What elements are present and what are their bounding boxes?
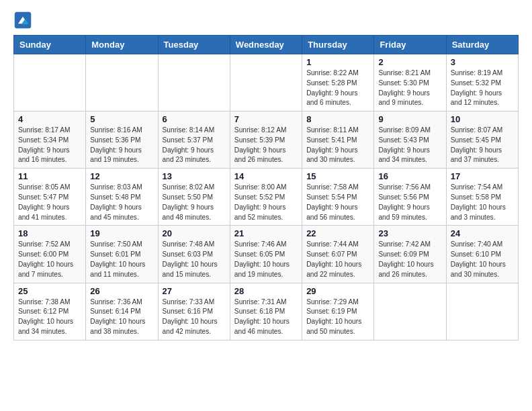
day-number: 18 xyxy=(18,228,81,238)
day-number: 12 xyxy=(90,171,153,181)
day-number: 10 xyxy=(451,114,514,124)
day-number: 13 xyxy=(163,171,226,181)
logo-icon xyxy=(13,11,32,30)
calendar-cell: 25Sunrise: 7:38 AMSunset: 6:12 PMDayligh… xyxy=(14,283,86,340)
day-number: 8 xyxy=(306,114,369,124)
day-info: Sunrise: 8:21 AMSunset: 5:30 PMDaylight:… xyxy=(378,68,441,108)
day-info: Sunrise: 8:16 AMSunset: 5:36 PMDaylight:… xyxy=(90,126,153,165)
calendar-cell xyxy=(374,283,446,340)
week-row-3: 11Sunrise: 8:05 AMSunset: 5:47 PMDayligh… xyxy=(14,169,519,226)
calendar-cell xyxy=(230,54,302,111)
day-info: Sunrise: 7:31 AMSunset: 6:18 PMDaylight:… xyxy=(234,298,298,337)
calendar-cell: 27Sunrise: 7:33 AMSunset: 6:16 PMDayligh… xyxy=(158,283,230,340)
day-info: Sunrise: 7:58 AMSunset: 5:54 PMDaylight:… xyxy=(306,183,369,222)
day-info: Sunrise: 8:12 AMSunset: 5:39 PMDaylight:… xyxy=(234,126,298,165)
day-number: 3 xyxy=(451,57,514,67)
day-number: 27 xyxy=(163,286,226,296)
calendar-cell xyxy=(14,54,86,111)
day-number: 7 xyxy=(234,114,298,124)
calendar-cell: 26Sunrise: 7:36 AMSunset: 6:14 PMDayligh… xyxy=(86,283,158,340)
calendar-cell: 6Sunrise: 8:14 AMSunset: 5:37 PMDaylight… xyxy=(158,111,230,169)
week-row-1: 1Sunrise: 8:22 AMSunset: 5:28 PMDaylight… xyxy=(14,54,519,111)
day-number: 16 xyxy=(378,171,441,181)
day-info: Sunrise: 8:05 AMSunset: 5:47 PMDaylight:… xyxy=(18,183,81,222)
day-number: 23 xyxy=(378,228,441,238)
header-friday: Friday xyxy=(374,36,446,54)
calendar-cell: 9Sunrise: 8:09 AMSunset: 5:43 PMDaylight… xyxy=(374,111,446,169)
calendar-cell: 11Sunrise: 8:05 AMSunset: 5:47 PMDayligh… xyxy=(14,169,86,226)
header-saturday: Saturday xyxy=(446,36,518,54)
day-number: 26 xyxy=(90,286,153,296)
header-sunday: Sunday xyxy=(14,36,86,54)
day-info: Sunrise: 8:00 AMSunset: 5:52 PMDaylight:… xyxy=(234,183,298,222)
calendar-cell xyxy=(446,283,518,340)
calendar-cell: 5Sunrise: 8:16 AMSunset: 5:36 PMDaylight… xyxy=(86,111,158,169)
day-number: 14 xyxy=(234,171,298,181)
calendar-cell: 13Sunrise: 8:02 AMSunset: 5:50 PMDayligh… xyxy=(158,169,230,226)
day-info: Sunrise: 8:09 AMSunset: 5:43 PMDaylight:… xyxy=(378,126,441,165)
day-number: 25 xyxy=(18,286,81,296)
day-number: 22 xyxy=(306,228,369,238)
day-number: 28 xyxy=(234,286,298,296)
calendar-header: SundayMondayTuesdayWednesdayThursdayFrid… xyxy=(14,36,519,54)
day-info: Sunrise: 7:44 AMSunset: 6:07 PMDaylight:… xyxy=(306,240,369,279)
calendar-cell: 3Sunrise: 8:19 AMSunset: 5:32 PMDaylight… xyxy=(446,54,518,111)
calendar-cell: 22Sunrise: 7:44 AMSunset: 6:07 PMDayligh… xyxy=(302,226,374,283)
day-info: Sunrise: 7:50 AMSunset: 6:01 PMDaylight:… xyxy=(90,240,153,279)
calendar-table: SundayMondayTuesdayWednesdayThursdayFrid… xyxy=(13,35,519,340)
day-number: 24 xyxy=(451,228,514,238)
day-info: Sunrise: 7:48 AMSunset: 6:03 PMDaylight:… xyxy=(163,240,226,279)
day-info: Sunrise: 7:42 AMSunset: 6:09 PMDaylight:… xyxy=(378,240,441,279)
header-tuesday: Tuesday xyxy=(158,36,230,54)
calendar-cell: 4Sunrise: 8:17 AMSunset: 5:34 PMDaylight… xyxy=(14,111,86,169)
day-number: 5 xyxy=(90,114,153,124)
calendar-cell: 20Sunrise: 7:48 AMSunset: 6:03 PMDayligh… xyxy=(158,226,230,283)
day-info: Sunrise: 7:56 AMSunset: 5:56 PMDaylight:… xyxy=(378,183,441,222)
day-info: Sunrise: 8:03 AMSunset: 5:48 PMDaylight:… xyxy=(90,183,153,222)
calendar-cell: 7Sunrise: 8:12 AMSunset: 5:39 PMDaylight… xyxy=(230,111,302,169)
week-row-4: 18Sunrise: 7:52 AMSunset: 6:00 PMDayligh… xyxy=(14,226,519,283)
day-info: Sunrise: 8:02 AMSunset: 5:50 PMDaylight:… xyxy=(163,183,226,222)
calendar-cell: 8Sunrise: 8:11 AMSunset: 5:41 PMDaylight… xyxy=(302,111,374,169)
day-info: Sunrise: 8:07 AMSunset: 5:45 PMDaylight:… xyxy=(451,126,514,165)
day-info: Sunrise: 8:22 AMSunset: 5:28 PMDaylight:… xyxy=(306,68,369,108)
day-info: Sunrise: 7:36 AMSunset: 6:14 PMDaylight:… xyxy=(90,298,153,337)
logo xyxy=(13,11,35,30)
calendar-cell: 14Sunrise: 8:00 AMSunset: 5:52 PMDayligh… xyxy=(230,169,302,226)
day-info: Sunrise: 7:54 AMSunset: 5:58 PMDaylight:… xyxy=(451,183,514,222)
day-number: 2 xyxy=(378,57,441,67)
day-info: Sunrise: 7:38 AMSunset: 6:12 PMDaylight:… xyxy=(18,298,81,337)
day-info: Sunrise: 8:11 AMSunset: 5:41 PMDaylight:… xyxy=(306,126,369,165)
header-wednesday: Wednesday xyxy=(230,36,302,54)
calendar-cell: 10Sunrise: 8:07 AMSunset: 5:45 PMDayligh… xyxy=(446,111,518,169)
calendar-cell: 12Sunrise: 8:03 AMSunset: 5:48 PMDayligh… xyxy=(86,169,158,226)
day-info: Sunrise: 7:33 AMSunset: 6:16 PMDaylight:… xyxy=(163,298,226,337)
calendar-cell: 2Sunrise: 8:21 AMSunset: 5:30 PMDaylight… xyxy=(374,54,446,111)
calendar-cell: 19Sunrise: 7:50 AMSunset: 6:01 PMDayligh… xyxy=(86,226,158,283)
day-info: Sunrise: 8:19 AMSunset: 5:32 PMDaylight:… xyxy=(451,68,514,108)
day-number: 11 xyxy=(18,171,81,181)
day-info: Sunrise: 8:14 AMSunset: 5:37 PMDaylight:… xyxy=(163,126,226,165)
days-header-row: SundayMondayTuesdayWednesdayThursdayFrid… xyxy=(14,36,519,54)
calendar-cell: 29Sunrise: 7:29 AMSunset: 6:19 PMDayligh… xyxy=(302,283,374,340)
calendar-cell: 23Sunrise: 7:42 AMSunset: 6:09 PMDayligh… xyxy=(374,226,446,283)
calendar-cell: 15Sunrise: 7:58 AMSunset: 5:54 PMDayligh… xyxy=(302,169,374,226)
day-number: 4 xyxy=(18,114,81,124)
day-info: Sunrise: 7:40 AMSunset: 6:10 PMDaylight:… xyxy=(451,240,514,279)
calendar-cell: 16Sunrise: 7:56 AMSunset: 5:56 PMDayligh… xyxy=(374,169,446,226)
calendar-cell: 1Sunrise: 8:22 AMSunset: 5:28 PMDaylight… xyxy=(302,54,374,111)
header-monday: Monday xyxy=(86,36,158,54)
day-number: 6 xyxy=(163,114,226,124)
calendar-cell: 21Sunrise: 7:46 AMSunset: 6:05 PMDayligh… xyxy=(230,226,302,283)
day-info: Sunrise: 7:52 AMSunset: 6:00 PMDaylight:… xyxy=(18,240,81,279)
calendar-cell: 28Sunrise: 7:31 AMSunset: 6:18 PMDayligh… xyxy=(230,283,302,340)
week-row-2: 4Sunrise: 8:17 AMSunset: 5:34 PMDaylight… xyxy=(14,111,519,169)
day-number: 17 xyxy=(451,171,514,181)
page-header xyxy=(13,11,519,30)
calendar-body: 1Sunrise: 8:22 AMSunset: 5:28 PMDaylight… xyxy=(14,54,519,340)
day-info: Sunrise: 8:17 AMSunset: 5:34 PMDaylight:… xyxy=(18,126,81,165)
day-number: 21 xyxy=(234,228,298,238)
day-number: 9 xyxy=(378,114,441,124)
day-number: 29 xyxy=(306,286,369,296)
day-info: Sunrise: 7:46 AMSunset: 6:05 PMDaylight:… xyxy=(234,240,298,279)
